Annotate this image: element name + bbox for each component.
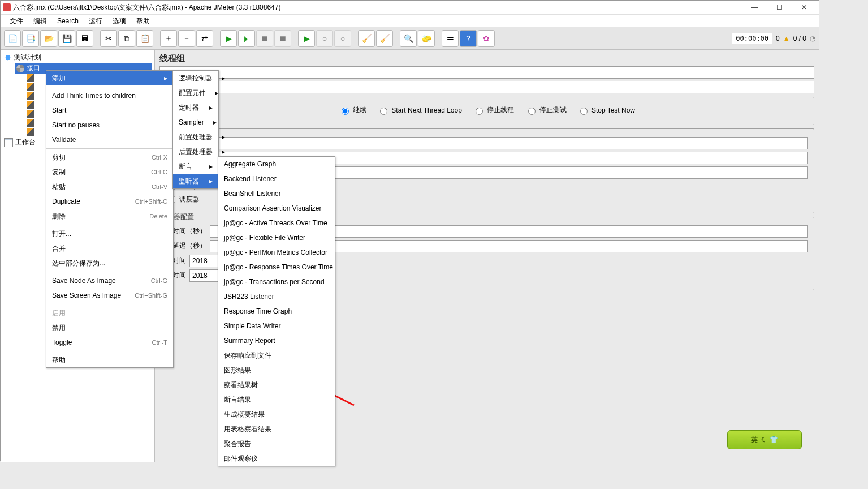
stop-icon[interactable]: ⏹ xyxy=(256,30,273,47)
listener-item[interactable]: jp@gc - Transactions per Second xyxy=(218,274,335,289)
run-icon[interactable]: ▶ xyxy=(220,30,237,47)
app-icon xyxy=(3,3,11,11)
listener-item[interactable]: 察看结果树 xyxy=(218,378,335,392)
listener-item[interactable]: 图形结果 xyxy=(218,363,335,378)
menu-start[interactable]: Start xyxy=(46,103,173,118)
listener-item[interactable]: jp@gc - Response Times Over Time xyxy=(218,260,335,274)
remote-stop-icon[interactable]: ○ xyxy=(316,30,333,47)
menu-disable[interactable]: 禁用 xyxy=(46,320,173,335)
open-icon[interactable]: 📂 xyxy=(40,30,57,47)
menu-paste[interactable]: 粘贴Ctrl-V xyxy=(46,179,173,194)
menu-merge[interactable]: 合并 xyxy=(46,241,173,256)
radio-stop-thread[interactable]: 停止线程 xyxy=(473,105,514,115)
listener-item[interactable]: Comparison Assertion Visualizer xyxy=(218,201,335,216)
collapse-icon[interactable]: － xyxy=(178,30,195,47)
listener-item[interactable]: 断言结果 xyxy=(218,392,335,407)
close-button[interactable]: ✕ xyxy=(792,1,817,14)
menu-save-screen-image[interactable]: Save Screen As ImageCtrl+Shift-G xyxy=(46,288,173,303)
menu-open[interactable]: 打开... xyxy=(46,226,173,241)
submenu-logic[interactable]: 逻辑控制器▸ xyxy=(173,71,218,85)
menu-thinktimes[interactable]: Add Think Times to children xyxy=(46,88,173,103)
listener-item[interactable]: Backend Listener xyxy=(218,171,335,186)
radio-stop-now[interactable]: Stop Test Now xyxy=(577,106,635,115)
menu-options[interactable]: 选项 xyxy=(108,15,131,27)
listener-item[interactable]: Aggregate Graph xyxy=(218,157,335,171)
menu-help[interactable]: 帮助 xyxy=(132,15,154,27)
submenu-assertion[interactable]: 断言▸ xyxy=(173,159,218,174)
remote-shutdown-icon[interactable]: ○ xyxy=(334,30,351,47)
paste-icon[interactable]: 📋 xyxy=(136,30,153,47)
menu-help-item[interactable]: 帮助 xyxy=(46,353,173,367)
listener-item[interactable]: Simple Data Writer xyxy=(218,319,335,333)
menu-validate[interactable]: Validate xyxy=(46,132,173,147)
menu-duplicate[interactable]: DuplicateCtrl+Shift-C xyxy=(46,194,173,209)
menu-copy[interactable]: 复制Ctrl-C xyxy=(46,165,173,179)
listener-item[interactable]: jp@gc - Flexible File Writer xyxy=(218,230,335,245)
tree-test-plan[interactable]: 测试计划 xyxy=(4,52,152,63)
name-field[interactable] xyxy=(159,66,814,79)
menu-add[interactable]: 添加▸ xyxy=(46,71,173,85)
menubar: 文件 编辑 Search 运行 选项 帮助 xyxy=(1,15,819,28)
menu-enable[interactable]: 启用 xyxy=(46,306,173,320)
listener-item[interactable]: Response Time Graph xyxy=(218,304,335,319)
menu-cut[interactable]: 剪切Ctrl-X xyxy=(46,150,173,165)
threads-field[interactable] xyxy=(166,137,808,149)
radio-continue[interactable]: 继续 xyxy=(339,105,366,115)
menu-save-node-image[interactable]: Save Node As ImageCtrl-G xyxy=(46,273,173,288)
submenu-preprocessor[interactable]: 前置处理器▸ xyxy=(173,130,218,144)
menu-edit[interactable]: 编辑 xyxy=(29,15,51,27)
submenu-postprocessor[interactable]: 后置处理器▸ xyxy=(173,144,218,159)
maximize-button[interactable]: ☐ xyxy=(767,1,792,14)
menu-save-selection[interactable]: 选中部分保存为... xyxy=(46,256,173,271)
submenu-timer[interactable]: 定时器▸ xyxy=(173,100,218,115)
function-helper-icon[interactable]: ≔ xyxy=(442,30,459,47)
listener-item[interactable]: 邮件观察仪 xyxy=(218,451,335,466)
remote-start-icon[interactable]: ▶ xyxy=(298,30,315,47)
menu-toggle[interactable]: ToggleCtrl-T xyxy=(46,335,173,350)
listener-item[interactable]: 用表格察看结果 xyxy=(218,422,335,436)
new-icon[interactable]: 📄 xyxy=(4,30,21,47)
warning-icon: ▲ xyxy=(783,35,790,42)
search-icon[interactable]: 🔍 xyxy=(400,30,417,47)
listener-item[interactable]: JSR223 Listener xyxy=(218,289,335,304)
titlebar: 六合彩.jmx (C:\Users\jltx1\Desktop\文案文件\六合彩… xyxy=(1,1,819,15)
listener-item[interactable]: 聚合报告 xyxy=(218,436,335,451)
menu-file[interactable]: 文件 xyxy=(5,15,28,27)
submenu-listener[interactable]: 监听器▸ xyxy=(173,174,218,188)
menu-run[interactable]: 运行 xyxy=(84,15,107,27)
shutdown-icon[interactable]: ⏹ xyxy=(274,30,291,47)
listener-item[interactable]: jp@gc - PerfMon Metrics Collector xyxy=(218,245,335,260)
clear-all-icon[interactable]: 🧹 xyxy=(376,30,393,47)
templates-icon[interactable]: 📑 xyxy=(22,30,39,47)
expand-icon[interactable]: ＋ xyxy=(160,30,177,47)
reset-search-icon[interactable]: 🧽 xyxy=(418,30,435,47)
cut-icon[interactable]: ✂ xyxy=(100,30,117,47)
radio-next-loop[interactable]: Start Next Thread Loop xyxy=(377,106,462,115)
help-icon[interactable]: ? xyxy=(460,30,477,47)
radio-stop-test[interactable]: 停止测试 xyxy=(525,105,567,115)
ime-indicator[interactable]: 英☾ 👕 xyxy=(727,430,802,449)
toggle-icon[interactable]: ⇄ xyxy=(196,30,213,47)
window-buttons: — ☐ ✕ xyxy=(742,1,817,14)
minimize-button[interactable]: — xyxy=(742,1,767,14)
elapsed-timer: 00:00:00 xyxy=(732,33,772,44)
copy-icon[interactable]: ⧉ xyxy=(118,30,135,47)
listener-item[interactable]: jp@gc - Active Threads Over Time xyxy=(218,216,335,230)
listener-item[interactable]: 保存响应到文件 xyxy=(218,348,335,363)
toolbar: 📄 📑 📂 💾 🖬 ✂ ⧉ 📋 ＋ － ⇄ ▶ ⏵ ⏹ ⏹ ▶ ○ ○ 🧹 🧹 … xyxy=(1,28,819,50)
menu-search[interactable]: Search xyxy=(53,16,83,26)
comments-field[interactable] xyxy=(159,81,814,93)
submenu-sampler[interactable]: Sampler▸ xyxy=(173,115,218,130)
listener-item[interactable]: Summary Report xyxy=(218,333,335,348)
plugin-icon[interactable]: ✿ xyxy=(478,30,495,47)
menu-delete[interactable]: 删除Delete xyxy=(46,209,173,224)
menu-start-no-pauses[interactable]: Start no pauses xyxy=(46,118,173,132)
page-title: 线程组 xyxy=(159,53,814,64)
run-notimers-icon[interactable]: ⏵ xyxy=(238,30,255,47)
save-icon[interactable]: 💾 xyxy=(58,30,75,47)
submenu-config[interactable]: 配置元件▸ xyxy=(173,85,218,100)
listener-item[interactable]: BeanShell Listener xyxy=(218,186,335,201)
listener-item[interactable]: 生成概要结果 xyxy=(218,407,335,422)
clear-icon[interactable]: 🧹 xyxy=(358,30,375,47)
save-as-icon[interactable]: 🖬 xyxy=(76,30,93,47)
